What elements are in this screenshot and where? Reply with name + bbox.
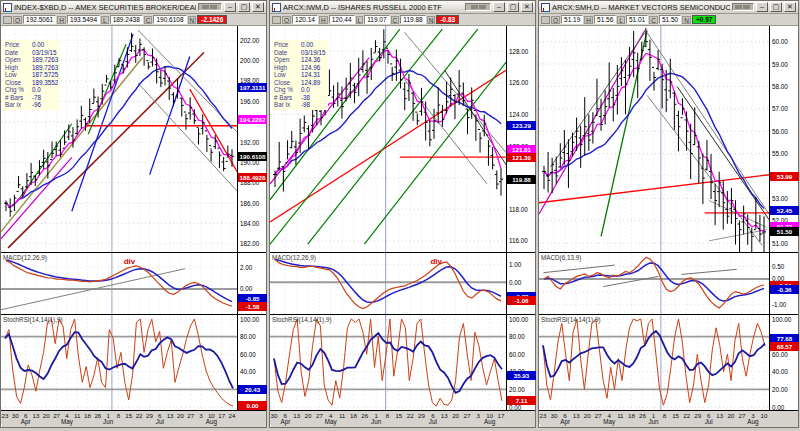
date-tick-label: 10 bbox=[761, 412, 768, 419]
divergence-annotation: div bbox=[124, 257, 136, 266]
data-window-label: Low bbox=[274, 71, 301, 79]
toolbar-grip[interactable] bbox=[465, 3, 491, 11]
macd-label: MACD(12,26,9) bbox=[3, 254, 47, 261]
quote-field-value[interactable]: 51.56 bbox=[594, 15, 616, 24]
stoch-tick-label: 80.00 bbox=[240, 333, 256, 340]
macd-tick-label: 0.50 bbox=[772, 263, 784, 270]
month-label: Jun bbox=[371, 418, 381, 425]
data-window-label: High bbox=[5, 64, 32, 72]
macd-pane: 1.000.00-0.83-1.06MACD(12,26,9)div bbox=[270, 252, 535, 314]
quote-settings-icon[interactable] bbox=[3, 16, 12, 24]
data-window-label: # Bars bbox=[274, 94, 301, 102]
net-change-badge: -0.83 bbox=[436, 15, 459, 24]
chart-body: 128.00126.00124.00122.00120.00118.00116.… bbox=[270, 26, 535, 424]
quote-field-value[interactable]: 193.5494 bbox=[67, 15, 100, 24]
quote-net-label: N bbox=[188, 16, 197, 24]
price-value-box: 194.2262 bbox=[238, 115, 267, 124]
data-window-row: Price0.00 bbox=[5, 41, 58, 49]
data-window-label: Bar ix bbox=[274, 101, 301, 109]
stochrsi-pane-plot[interactable] bbox=[270, 315, 506, 411]
date-axis: 306132027411182618152229613202731017AprM… bbox=[270, 410, 535, 424]
date-tick-label: 13 bbox=[167, 412, 174, 419]
quote-field-value[interactable]: 120.14 bbox=[292, 15, 318, 24]
macd-pane-plot[interactable] bbox=[1, 253, 237, 315]
titlebar[interactable]: ARCX:IWM,D -- ISHARES RUSSELL 2000 ETF –… bbox=[270, 1, 535, 14]
date-tick-label: 20 bbox=[305, 412, 312, 419]
price-chart-axis: 128.00126.00124.00122.00120.00118.00116.… bbox=[506, 26, 535, 252]
macd-pane-plot[interactable] bbox=[270, 253, 506, 315]
date-tick-label: 13 bbox=[441, 412, 448, 419]
price-tick-label: 126.00 bbox=[509, 79, 528, 86]
stochrsi-label: StochRSI(14,14(1),9) bbox=[541, 316, 601, 323]
date-tick-label: 15 bbox=[125, 412, 132, 419]
date-tick-label: 26 bbox=[639, 412, 646, 419]
date-tick-label: 20 bbox=[727, 412, 734, 419]
stoch-tick-label: 20.00 bbox=[772, 386, 788, 393]
close-button[interactable]: ✕ bbox=[521, 2, 533, 12]
minimize-button[interactable]: – bbox=[493, 2, 505, 12]
titlebar[interactable]: INDEX-$XBD,D -- AMEX SECURITIES BROKER/D… bbox=[1, 1, 266, 14]
trendline bbox=[709, 230, 767, 241]
data-window-value: 189.7263 bbox=[32, 56, 58, 64]
date-tick-label: 20 bbox=[452, 412, 459, 419]
stoch-tick-label: 40.00 bbox=[240, 368, 256, 375]
month-label: May bbox=[325, 418, 337, 425]
quote-field-value[interactable]: 190.6108 bbox=[153, 15, 186, 24]
quote-settings-icon[interactable] bbox=[272, 16, 281, 24]
price-chart-plot[interactable] bbox=[539, 26, 769, 252]
toolbar-grip[interactable] bbox=[198, 3, 222, 11]
price-value-box: 52.45 bbox=[770, 206, 799, 215]
macd-pane-plot[interactable] bbox=[539, 253, 769, 315]
quote-field-value[interactable]: 51.01 bbox=[626, 15, 648, 24]
data-window-label: Date bbox=[274, 49, 301, 57]
data-window-value: 189.7263 bbox=[32, 64, 58, 72]
price-tick-label: 124.00 bbox=[509, 111, 528, 118]
data-window-row: Close124.89 bbox=[274, 79, 326, 87]
date-tick-label: 26 bbox=[94, 412, 101, 419]
stochrsi-pane-plot[interactable] bbox=[1, 315, 237, 411]
data-window-value: 0.0 bbox=[32, 86, 41, 94]
quote-field-value[interactable]: 192.5061 bbox=[23, 15, 56, 24]
data-window-row: Chg %0.0 bbox=[274, 86, 326, 94]
quote-settings-icon[interactable] bbox=[541, 16, 550, 24]
date-tick-label: 24 bbox=[229, 412, 236, 419]
restore-button[interactable]: ▢ bbox=[507, 2, 519, 12]
date-tick-label: 17 bbox=[498, 412, 505, 419]
quote-field-value[interactable]: 51.50 bbox=[659, 15, 681, 24]
stochrsi-pane-axis: 100.0080.0060.0040.0020.000.0077.6868.57 bbox=[769, 315, 798, 410]
close-button[interactable]: ✕ bbox=[784, 2, 796, 12]
quote-field-label: L bbox=[356, 16, 364, 24]
restore-button[interactable]: ▢ bbox=[238, 2, 250, 12]
macd-pane: 0.500.00-0.50-1.00-0.24-0.36MACD(6,13,9) bbox=[539, 252, 798, 314]
stoch-tick-label: 80.00 bbox=[509, 333, 525, 340]
stoch-value-box: 0.00 bbox=[238, 401, 267, 410]
close-button[interactable]: ✕ bbox=[252, 2, 264, 12]
price-tick-label: 56.00 bbox=[772, 128, 788, 135]
minimize-button[interactable]: – bbox=[224, 2, 236, 12]
quote-field-value[interactable]: 119.88 bbox=[400, 15, 425, 24]
stochrsi-label: StochRSI(14,14(1),9) bbox=[3, 316, 63, 323]
titlebar[interactable]: ARCX:SMH,D -- MARKET VECTORS SEMICONDUCT… bbox=[539, 1, 798, 14]
stochrsi-pane-plot[interactable] bbox=[539, 315, 769, 411]
data-window-value: 124.36 bbox=[301, 56, 320, 64]
quote-field-label: C bbox=[144, 16, 153, 24]
stochrsi-pane: 100.0080.0060.0040.0020.000.0077.6868.57… bbox=[539, 314, 798, 410]
quote-field-value[interactable]: 51.19 bbox=[561, 15, 583, 24]
data-window-value: 03/19/15 bbox=[301, 49, 326, 57]
quote-field-value[interactable]: 119.07 bbox=[364, 15, 389, 24]
minimize-button[interactable]: – bbox=[756, 2, 768, 12]
restore-button[interactable]: ▢ bbox=[770, 2, 782, 12]
quote-field-value[interactable]: 120.44 bbox=[329, 15, 355, 24]
chart-window-smh: ARCX:SMH,D -- MARKET VECTORS SEMICONDUCT… bbox=[538, 0, 799, 428]
quote-field-label: H bbox=[57, 16, 66, 24]
quote-field-value[interactable]: 189.2438 bbox=[110, 15, 143, 24]
data-window-label: Chg % bbox=[5, 86, 32, 94]
month-label: Jul bbox=[705, 418, 713, 425]
toolbar-grip[interactable] bbox=[732, 3, 754, 11]
month-label: Jul bbox=[429, 418, 437, 425]
data-window-label: Chg % bbox=[274, 86, 301, 94]
price-chart-axis: 60.0059.0058.0057.0056.0055.0054.0053.00… bbox=[769, 26, 798, 252]
data-window-row: Bar ix-98 bbox=[274, 101, 326, 109]
price-value-box: 190.6108 bbox=[238, 152, 267, 161]
stoch-tick-label: 20.00 bbox=[509, 386, 525, 393]
